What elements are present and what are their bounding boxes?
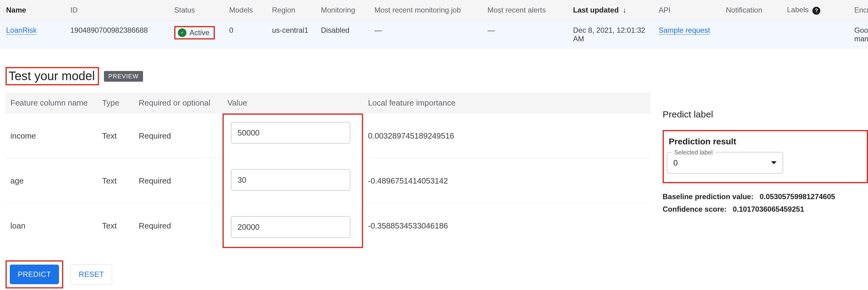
feature-type: Text bbox=[97, 158, 134, 203]
test-your-model-section: Test your model PREVIEW Feature column n… bbox=[0, 49, 868, 288]
fh-type: Type bbox=[97, 93, 134, 114]
notification-value bbox=[720, 21, 781, 49]
fh-required: Required or optional bbox=[134, 93, 222, 114]
loan-input[interactable] bbox=[231, 216, 350, 238]
feature-required: Required bbox=[134, 158, 222, 203]
actions-row: PREDICT RESET bbox=[5, 260, 650, 288]
feature-name: age bbox=[5, 158, 97, 203]
selected-label-field: Selected label 0 bbox=[667, 152, 783, 173]
feature-importance: -0.3588534533046186 bbox=[363, 203, 650, 248]
col-header-status[interactable]: Status bbox=[168, 0, 223, 21]
col-header-most-recent-alerts[interactable]: Most recent alerts bbox=[482, 0, 567, 21]
feature-importance: -0.4896751414053142 bbox=[363, 158, 650, 203]
col-header-id[interactable]: ID bbox=[64, 0, 168, 21]
baseline-value: 0.05305759981274605 bbox=[760, 193, 835, 201]
most-recent-alerts-value: — bbox=[482, 21, 567, 49]
col-header-region[interactable]: Region bbox=[266, 0, 315, 21]
chevron-down-icon bbox=[771, 161, 777, 164]
fh-value: Value bbox=[222, 93, 363, 114]
feature-type: Text bbox=[97, 114, 134, 158]
models-table-wrap: Name ID Status Models Region Monitoring … bbox=[0, 0, 868, 49]
feature-name: loan bbox=[5, 203, 97, 248]
predict-button[interactable]: PREDICT bbox=[10, 265, 59, 284]
features-table: Feature column name Type Required or opt… bbox=[5, 93, 650, 248]
confidence-value: 0.1017036065459251 bbox=[733, 205, 804, 213]
col-header-api[interactable]: API bbox=[653, 0, 720, 21]
models-count: 0 bbox=[223, 21, 266, 49]
region-value: us-central1 bbox=[266, 21, 315, 49]
col-header-models[interactable]: Models bbox=[223, 0, 266, 21]
col-header-last-updated[interactable]: Last updated ↓ bbox=[567, 0, 653, 21]
fh-name: Feature column name bbox=[5, 93, 97, 114]
help-icon[interactable]: ? bbox=[812, 7, 820, 15]
api-sample-request-link[interactable]: Sample request bbox=[659, 26, 710, 35]
models-table: Name ID Status Models Region Monitoring … bbox=[0, 0, 868, 49]
sort-desc-icon: ↓ bbox=[623, 6, 626, 14]
col-header-notification[interactable]: Notification bbox=[720, 0, 781, 21]
col-header-encryption[interactable]: Encryption bbox=[848, 0, 868, 21]
col-header-monitoring[interactable]: Monitoring bbox=[315, 0, 368, 21]
test-left-panel: Test your model PREVIEW Feature column n… bbox=[5, 67, 650, 288]
reset-button[interactable]: RESET bbox=[71, 264, 113, 285]
model-name-link[interactable]: LoanRisk bbox=[6, 26, 37, 35]
col-header-last-updated-label: Last updated bbox=[573, 6, 619, 14]
feature-name: income bbox=[5, 114, 97, 158]
status-active-pill: Active bbox=[174, 26, 215, 39]
selected-label-value: 0 bbox=[673, 158, 678, 168]
fh-importance: Local feature importance bbox=[363, 93, 650, 114]
income-input[interactable] bbox=[231, 122, 350, 143]
feature-importance: 0.003289745189249516 bbox=[363, 114, 650, 158]
page-title: Test your model bbox=[5, 67, 99, 85]
preview-badge: PREVIEW bbox=[104, 71, 143, 82]
feature-required: Required bbox=[134, 114, 222, 158]
status-text: Active bbox=[189, 28, 209, 37]
age-input[interactable] bbox=[231, 169, 350, 191]
prediction-result-box: Prediction result Selected label 0 bbox=[662, 130, 868, 183]
encryption-value: Google-managed key bbox=[848, 21, 868, 49]
predict-panel: Predict label Prediction result Selected… bbox=[662, 67, 868, 216]
baseline-label: Baseline prediction value: bbox=[662, 193, 753, 201]
check-circle-icon bbox=[178, 28, 186, 37]
value-column-highlight bbox=[222, 114, 363, 248]
col-header-labels[interactable]: Labels ? bbox=[781, 0, 848, 21]
feature-type: Text bbox=[97, 203, 134, 248]
feature-row-income: income Text Required 0.00328974518924951… bbox=[5, 114, 650, 158]
predict-highlight: PREDICT bbox=[5, 260, 63, 288]
most-recent-monitoring-job-value: — bbox=[368, 21, 482, 49]
prediction-result-heading: Prediction result bbox=[669, 137, 858, 147]
col-header-name[interactable]: Name bbox=[0, 0, 64, 21]
monitoring-value: Disabled bbox=[315, 21, 368, 49]
feature-required: Required bbox=[134, 203, 222, 248]
prediction-metrics: Baseline prediction value: 0.05305759981… bbox=[662, 191, 868, 216]
selected-label-caption: Selected label bbox=[672, 149, 715, 156]
model-id: 1904890700982386688 bbox=[64, 21, 168, 49]
table-row[interactable]: LoanRisk 1904890700982386688 Active 0 us… bbox=[0, 21, 868, 49]
col-header-most-recent-monitoring-job[interactable]: Most recent monitoring job bbox=[368, 0, 482, 21]
confidence-label: Confidence score: bbox=[662, 205, 726, 213]
labels-value bbox=[781, 21, 848, 49]
col-header-labels-label: Labels bbox=[787, 5, 809, 14]
predict-label-title: Predict label bbox=[662, 109, 868, 120]
last-updated-value: Dec 8, 2021, 12:01:32 AM bbox=[567, 21, 653, 49]
